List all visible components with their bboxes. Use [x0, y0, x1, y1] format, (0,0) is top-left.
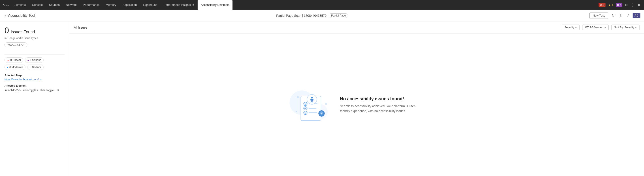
copy-icon[interactable]: ⎘	[58, 89, 59, 92]
empty-state-inner: No accessibility issues found! Seamless …	[288, 85, 425, 125]
close-icon[interactable]: ✕	[636, 2, 641, 8]
info-icon: ■	[617, 3, 619, 6]
error-badge: ✕ 3	[598, 3, 606, 7]
count-label: Issues Found	[11, 30, 35, 34]
tab-accessibility-devtools[interactable]: Accessibility DevTools	[198, 0, 232, 10]
empty-state: No accessibility issues found! Seamless …	[69, 34, 644, 176]
minor-icon: ○	[30, 66, 31, 69]
svg-rect-6	[308, 108, 316, 109]
devtools-icons: ↖ ▭	[1, 3, 10, 7]
moderate-icon: ●	[7, 66, 8, 69]
tab-console[interactable]: Console	[29, 0, 46, 10]
severity-filter-button[interactable]: Severity ▾	[562, 24, 580, 30]
share-icon[interactable]: ⤴	[626, 13, 630, 18]
warning-count: 1	[612, 3, 613, 6]
tab-performance-insights[interactable]: Performance insights ⚗	[160, 0, 198, 10]
sidebar: 0 Issues Found in 1 page and 0 Issue Typ…	[0, 21, 69, 176]
new-test-button[interactable]: New Test	[590, 12, 608, 19]
cursor-icon[interactable]: ↖	[3, 3, 5, 7]
serious-badge[interactable]: ■ 0 Serious	[25, 57, 44, 63]
sort-by-label: Sort By: Severity	[614, 26, 634, 29]
svg-point-12	[297, 96, 299, 98]
scan-id: Partial Page Scan | 1708440463579	[276, 14, 326, 17]
empty-description: Seamless accessibility achieved! Your pl…	[340, 104, 425, 114]
content-area: 0 Issues Found in 1 page and 0 Issue Typ…	[0, 21, 644, 176]
main-toolbar: ⌂ Accessibility Tool Partial Page Scan |…	[0, 10, 644, 21]
critical-icon: ▲	[7, 59, 9, 61]
affected-element-label: Affected Element	[4, 84, 65, 87]
severity-filter-chevron: ▾	[575, 26, 577, 29]
warning-badge: ▲ 1	[607, 3, 614, 7]
affected-page-link[interactable]: https://www.lambdatest.com/ ↗	[4, 78, 65, 81]
affected-element-section: Affected Element :nth-child(2) > .slide-…	[4, 84, 65, 92]
svg-point-7	[304, 111, 307, 115]
critical-label: 0 Critical	[10, 58, 21, 62]
error-count: 3	[603, 3, 604, 6]
info-badge: ■ 2	[616, 3, 622, 7]
svg-rect-8	[308, 112, 317, 113]
download-icon[interactable]: ⬇	[618, 12, 624, 18]
minor-label: 0 Minor	[32, 66, 41, 69]
affected-page-label: Affected Page	[4, 74, 65, 77]
serious-label: 0 Serious	[30, 58, 42, 62]
affected-page-section: Affected Page https://www.lambdatest.com…	[4, 74, 65, 81]
tab-bar: ↖ ▭ Elements Console Sources Network Per…	[0, 0, 644, 10]
scan-type-badge: Partial Page	[329, 13, 348, 18]
tab-network[interactable]: Network	[63, 0, 80, 10]
scan-info: Partial Page Scan | 1708440463579 Partia…	[38, 13, 587, 18]
info-count: 2	[620, 3, 621, 6]
tab-bar-right: ✕ 3 ▲ 1 ■ 2 ⚙ ⋮ ✕	[598, 2, 643, 8]
minor-badge[interactable]: ○ 0 Minor	[27, 65, 44, 70]
sort-by-button[interactable]: Sort By: Severity ▾	[611, 24, 640, 30]
svg-point-10	[311, 97, 313, 99]
home-icon: ⌂	[4, 13, 6, 18]
refresh-icon[interactable]: ↻	[610, 12, 616, 18]
more-options-icon[interactable]: ⋮	[630, 2, 635, 8]
tab-application[interactable]: Application	[120, 0, 140, 10]
wcag-version-chevron: ▾	[604, 26, 606, 29]
svg-point-5	[304, 107, 307, 110]
tab-elements[interactable]: Elements	[10, 0, 29, 10]
toolbar-right: New Test ↻ ⬇ ⤴ AC	[590, 12, 640, 19]
warning-icon: ▲	[608, 3, 611, 6]
severity-badges-2: ● 0 Moderate ○ 0 Minor	[4, 65, 65, 70]
wcag-version-filter-button[interactable]: WCAG Version ▾	[582, 24, 609, 30]
device-icon[interactable]: ▭	[6, 3, 9, 7]
panel-title: All Issues	[74, 26, 559, 29]
flask-icon: ⚗	[192, 3, 194, 6]
tab-lighthouse[interactable]: Lighthouse	[140, 0, 160, 10]
sidebar-divider-1	[4, 54, 65, 55]
affected-element-text: :nth-child(2) > .slide-toggle > .slide-t…	[4, 88, 65, 92]
severity-filter-label: Severity	[564, 26, 574, 29]
tool-title: Accessibility Tool	[8, 14, 35, 18]
settings-icon[interactable]: ⚙	[624, 2, 628, 8]
wcag-version-label: WCAG Version	[585, 26, 603, 29]
tab-memory[interactable]: Memory	[103, 0, 120, 10]
wcag-badge[interactable]: WCAG 2.1 AA	[4, 42, 27, 47]
empty-illustration	[288, 85, 329, 125]
svg-point-3	[304, 102, 307, 106]
tool-logo: ⌂ Accessibility Tool	[4, 13, 35, 18]
empty-text: No accessibility issues found! Seamless …	[340, 96, 425, 114]
main-panel: All Issues Severity ▾ WCAG Version ▾ Sor…	[69, 21, 644, 176]
error-icon: ✕	[600, 3, 602, 6]
panel-header: All Issues Severity ▾ WCAG Version ▾ Sor…	[69, 21, 644, 34]
severity-badges: ▲ 0 Critical ■ 0 Serious	[4, 57, 65, 63]
empty-title: No accessibility issues found!	[340, 96, 425, 101]
moderate-label: 0 Moderate	[10, 66, 23, 69]
external-link-icon: ↗	[40, 78, 42, 81]
tab-sources[interactable]: Sources	[46, 0, 63, 10]
serious-icon: ■	[28, 59, 29, 61]
tab-performance[interactable]: Performance	[80, 0, 102, 10]
ac-badge: AC	[632, 13, 640, 18]
svg-point-13	[325, 103, 327, 105]
count-subtitle: in 1 page and 0 Issue Types	[4, 37, 65, 40]
svg-point-14	[296, 111, 297, 112]
moderate-badge[interactable]: ● 0 Moderate	[4, 65, 26, 70]
sort-by-chevron: ▾	[635, 26, 636, 29]
count-number: 0	[4, 26, 9, 35]
critical-badge[interactable]: ▲ 0 Critical	[4, 57, 23, 63]
issues-count: 0 Issues Found	[4, 26, 65, 35]
